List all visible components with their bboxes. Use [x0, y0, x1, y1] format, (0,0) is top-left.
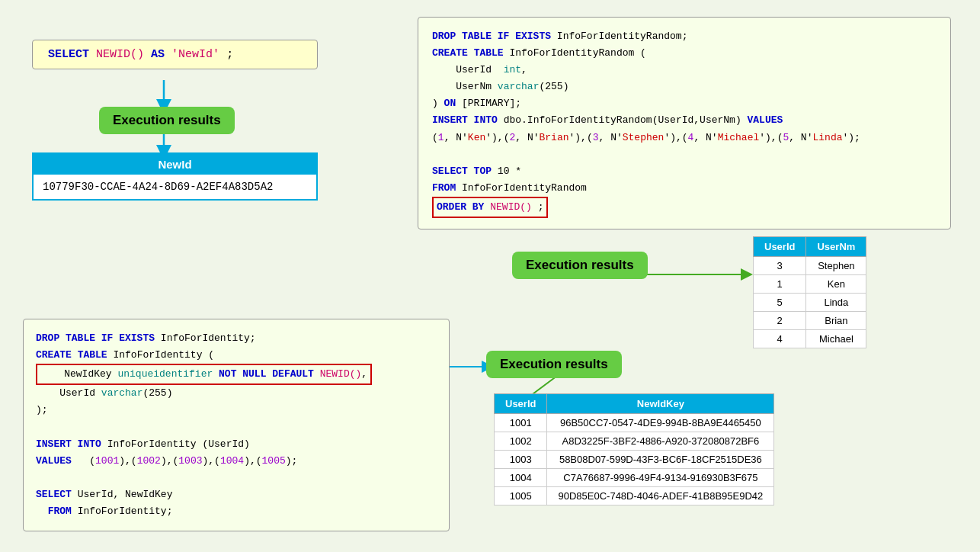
code-line-4: UserNm varchar(255): [432, 79, 937, 95]
code-line-3: UserId int,: [432, 62, 937, 79]
code-line-1: DROP TABLE IF EXISTS InfoForIdentityRand…: [432, 28, 937, 45]
table-row: 5Linda: [754, 294, 866, 312]
select-query-box: SELECT NEWID() AS 'NewId' ;: [32, 40, 318, 69]
col-header-usernm: UserNm: [806, 237, 866, 257]
bottom-left-code-box: DROP TABLE IF EXISTS InfoForIdentity; CR…: [23, 319, 450, 531]
table-row: 1004C7A76687-9996-49F4-9134-916930B3F675: [495, 469, 774, 487]
col-header-userid2: UserId: [495, 394, 547, 414]
table-row: 1002A8D3225F-3BF2-4886-A920-372080872BF6: [495, 432, 774, 451]
code-line-8: SELECT TOP 10 *: [432, 163, 937, 180]
semicolon: ;: [226, 48, 233, 61]
table-row: 2Brian: [754, 312, 866, 330]
bl-line-9: FROM InfoForIdentity;: [36, 503, 437, 520]
newid-func: NEWID(): [96, 48, 144, 61]
bl-line-1: DROP TABLE IF EXISTS InfoForIdentity;: [36, 330, 437, 347]
bottom-result-table: UserId NewIdKey 100196B50CC7-0547-4DE9-9…: [494, 393, 774, 505]
code-line-10: ORDER BY NEWID() ;: [432, 197, 937, 218]
code-line-7: (1, N'Ken'),(2, N'Brian'),(3, N'Stephen'…: [432, 130, 937, 146]
exec-bubble-topright: Execution results: [512, 252, 648, 279]
select-keyword: SELECT: [48, 48, 89, 61]
as-keyword: AS: [151, 48, 165, 61]
table-row: 4Michael: [754, 330, 866, 348]
code-line-6: INSERT INTO dbo.InfoForIdentityRandom(Us…: [432, 112, 937, 129]
bl-line-3: NewIdKey uniqueidentifier NOT NULL DEFAU…: [36, 364, 437, 385]
newid-header: NewId: [34, 154, 316, 175]
table-row: 100358B08D07-599D-43F3-BC6F-18CF2515DE36: [495, 451, 774, 469]
bl-line-2: CREATE TABLE InfoForIdentity (: [36, 347, 437, 364]
top-right-result-table: UserId UserNm 3Stephen 1Ken 5Linda 2Bria…: [753, 236, 866, 348]
bl-line-empty2: [36, 470, 437, 486]
bl-line-8: SELECT UserId, NewIdKey: [36, 486, 437, 503]
newid-value: 10779F30-CCAE-4A24-8D69-A2EF4A83D5A2: [34, 175, 316, 199]
exec-bubble-topleft: Execution results: [99, 107, 235, 134]
code-line-9: FROM InfoForIdentityRandom: [432, 180, 937, 197]
newid-result-box: NewId 10779F30-CCAE-4A24-8D69-A2EF4A83D5…: [32, 152, 318, 201]
newid-alias: 'NewId': [171, 48, 219, 61]
bl-line-6: INSERT INTO InfoForIdentity (UserId): [36, 436, 437, 453]
code-line-5: ) ON [PRIMARY];: [432, 95, 937, 112]
code-line-empty: [432, 146, 937, 163]
table-row: 1Ken: [754, 275, 866, 294]
table-row: 100590D85E0C-748D-4046-ADEF-41B8B95E9D42: [495, 487, 774, 505]
top-right-code-box: DROP TABLE IF EXISTS InfoForIdentityRand…: [418, 17, 951, 229]
bl-line-5: );: [36, 402, 437, 419]
col-header-newidkey: NewIdKey: [547, 394, 774, 414]
table-row: 100196B50CC7-0547-4DE9-994B-8BA9E4465450: [495, 414, 774, 432]
bl-line-empty: [36, 419, 437, 435]
col-header-userid: UserId: [754, 237, 806, 257]
bl-line-7: VALUES (1001),(1002),(1003),(1004),(1005…: [36, 453, 437, 470]
exec-bubble-bottom: Execution results: [486, 351, 622, 378]
table-row: 3Stephen: [754, 257, 866, 275]
bl-line-4: UserId varchar(255): [36, 385, 437, 402]
code-line-2: CREATE TABLE InfoForIdentityRandom (: [432, 45, 937, 62]
